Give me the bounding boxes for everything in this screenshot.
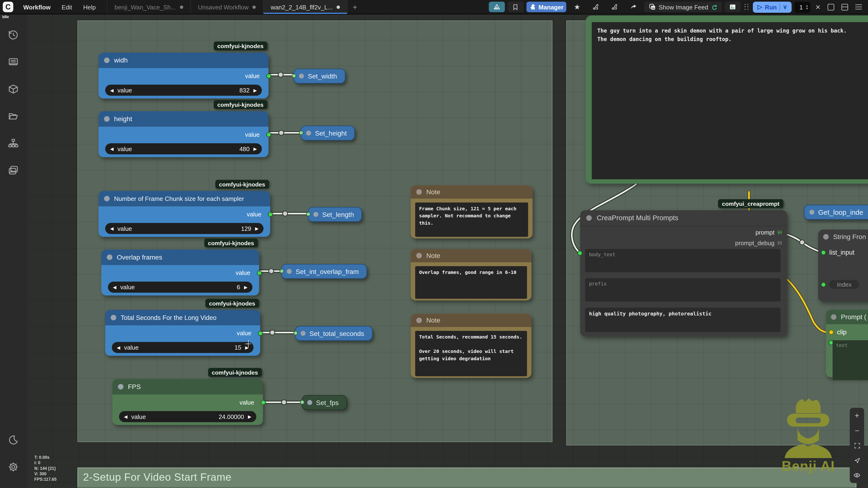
output-port[interactable] <box>268 212 273 217</box>
list-output-port[interactable] <box>778 231 781 234</box>
input-port[interactable] <box>293 331 298 335</box>
increment-arrow-icon[interactable]: ▶ <box>248 414 251 419</box>
node-title-bar[interactable]: Number of Frame Chunk size for each samp… <box>99 191 270 206</box>
theme-toggle-icon[interactable] <box>7 434 20 446</box>
node-height[interactable]: comfyui-kjnodes height value ◀value480▶ <box>99 111 269 157</box>
collapse-dot-icon[interactable] <box>307 400 312 405</box>
note-total-seconds[interactable]: Note Total Seconds, recommand 15 seconds… <box>411 314 531 378</box>
fit-view-button[interactable] <box>854 442 861 449</box>
node-title-bar[interactable]: height <box>99 111 269 127</box>
index-input-port[interactable] <box>821 282 826 287</box>
collapse-dot-icon[interactable] <box>831 314 836 320</box>
value-widget[interactable]: ◀value129▶ <box>105 223 264 234</box>
unload-models-icon[interactable] <box>588 2 604 12</box>
maximize-icon[interactable] <box>825 3 836 10</box>
node-set-height[interactable]: Set_height <box>301 126 355 140</box>
node-set-width[interactable]: Set_width <box>293 69 345 84</box>
node-title-bar[interactable]: FPS <box>112 379 263 395</box>
decrement-arrow-icon[interactable]: ◀ <box>117 345 120 350</box>
output-port[interactable] <box>266 73 271 78</box>
node-creaprompt[interactable]: comfyui_creaprompt CreaPrompt Multi Prom… <box>580 210 787 336</box>
node-prompt-encode[interactable]: Prompt ( clip text <box>826 310 868 377</box>
increment-arrow-icon[interactable]: ▶ <box>244 285 247 290</box>
toggle-visibility-button[interactable] <box>853 471 861 479</box>
decrement-icon[interactable]: ▼ <box>805 7 808 10</box>
note-text[interactable]: Total Seconds, recommand 15 seconds. Ove… <box>415 331 527 376</box>
input-port[interactable] <box>292 73 296 78</box>
node-title-bar[interactable]: widh <box>99 53 269 68</box>
value-widget[interactable]: ◀value832▶ <box>105 85 262 96</box>
input-port[interactable] <box>306 212 311 217</box>
note-text[interactable]: Overlap frames, good range in 6-10 <box>415 266 527 299</box>
note-frame-chunk[interactable]: Note Frame Chunk size, 121 = 5 per each … <box>411 185 532 238</box>
share-icon[interactable] <box>625 2 642 12</box>
collapse-dot-icon[interactable] <box>313 212 318 217</box>
menu-edit[interactable]: Edit <box>56 3 78 10</box>
drag-handle-icon[interactable] <box>745 3 749 10</box>
model-library-icon[interactable] <box>7 83 20 95</box>
decrement-arrow-icon[interactable]: ◀ <box>110 147 114 151</box>
decrement-arrow-icon[interactable]: ◀ <box>110 88 114 93</box>
body-text-input-port[interactable] <box>578 251 582 256</box>
collapse-dot-icon[interactable] <box>287 269 292 274</box>
output-port[interactable] <box>261 400 266 405</box>
increment-arrow-icon[interactable]: ▶ <box>253 147 257 151</box>
node-library-icon[interactable] <box>7 56 20 68</box>
collapse-dot-icon[interactable] <box>118 384 123 389</box>
collapse-dot-icon[interactable] <box>306 131 311 135</box>
output-port[interactable] <box>258 331 263 336</box>
image-preview-button[interactable] <box>725 2 741 12</box>
node-overlap-frames[interactable]: comfyui-kjnodes Overlap frames value ◀va… <box>101 250 259 295</box>
decrement-arrow-icon[interactable]: ◀ <box>124 414 127 419</box>
select-mode-button[interactable] <box>854 457 861 464</box>
collapse-dot-icon[interactable] <box>301 331 305 336</box>
tab-workflow-1[interactable]: benji_Wan_Vace_Sh... <box>107 0 190 14</box>
clip-input-port[interactable] <box>829 330 834 334</box>
list-output-port[interactable] <box>778 241 781 245</box>
value-widget[interactable]: ◀value24.00000▶ <box>119 411 256 422</box>
node-map-icon[interactable] <box>7 137 20 150</box>
menu-help[interactable]: Help <box>78 3 101 10</box>
collapse-dot-icon[interactable] <box>416 253 422 258</box>
menu-workflow[interactable]: Workflow <box>18 3 56 10</box>
collapse-dot-icon[interactable] <box>107 255 112 260</box>
prompt-textarea[interactable]: The guy turn into a red skin demon with … <box>592 22 868 180</box>
batch-count-stepper[interactable]: 1▲▼ <box>795 1 810 12</box>
input-port[interactable] <box>299 131 303 135</box>
node-set-fps[interactable]: Set_fps <box>302 395 347 410</box>
decrement-arrow-icon[interactable]: ◀ <box>110 226 114 231</box>
node-width[interactable]: comfyui-kjnodes widh value ◀value832▶ <box>99 53 269 99</box>
value-widget[interactable]: ◀value480▶ <box>105 143 262 154</box>
widget-value[interactable]: 15 <box>235 344 241 351</box>
output-port[interactable] <box>257 271 262 275</box>
show-image-feed-button[interactable]: Show Image Feed <box>644 2 722 12</box>
input-port[interactable] <box>280 269 284 273</box>
note-text[interactable]: Frame Chunk size, 121 = 5 per each sampl… <box>415 202 528 237</box>
decrement-arrow-icon[interactable]: ◀ <box>113 285 116 290</box>
node-fps[interactable]: comfyui-kjnodes FPS value ◀value24.00000… <box>112 379 263 425</box>
run-dropdown-chevron-icon[interactable]: ∨ <box>783 3 787 10</box>
zoom-out-button[interactable]: − <box>855 427 859 434</box>
index-widget[interactable]: index <box>829 280 859 289</box>
zoom-in-button[interactable]: + <box>855 412 859 419</box>
value-widget[interactable]: ◀value15▶ <box>112 342 253 353</box>
menu-hamburger-icon[interactable] <box>853 4 864 10</box>
gallery-icon[interactable] <box>7 164 20 176</box>
run-button[interactable]: ▷Run∨ <box>753 1 792 12</box>
free-cache-icon[interactable] <box>607 2 623 12</box>
collapse-dot-icon[interactable] <box>104 196 110 201</box>
tab-workflow-active[interactable]: wan2_2_14B_flf2v_L... <box>263 0 347 14</box>
node-frame-chunk[interactable]: comfyui-kjnodes Number of Frame Chunk si… <box>99 191 270 237</box>
manager-button[interactable]: Manager <box>526 2 566 12</box>
node-set-length[interactable]: Set_length <box>308 207 362 222</box>
node-title-bar[interactable]: Total Seconds For the Long Video <box>105 310 260 325</box>
collapse-dot-icon[interactable] <box>104 58 110 63</box>
list-input-port[interactable] <box>821 250 826 255</box>
input-port[interactable] <box>300 400 305 404</box>
collapse-dot-icon[interactable] <box>809 209 814 215</box>
widget-value[interactable]: 480 <box>239 145 250 152</box>
collapse-dot-icon[interactable] <box>111 315 116 320</box>
tab-workflow-2[interactable]: Unsaved Workflow <box>190 0 263 14</box>
widget-value[interactable]: 832 <box>239 87 250 93</box>
text-field[interactable]: text <box>833 340 868 380</box>
